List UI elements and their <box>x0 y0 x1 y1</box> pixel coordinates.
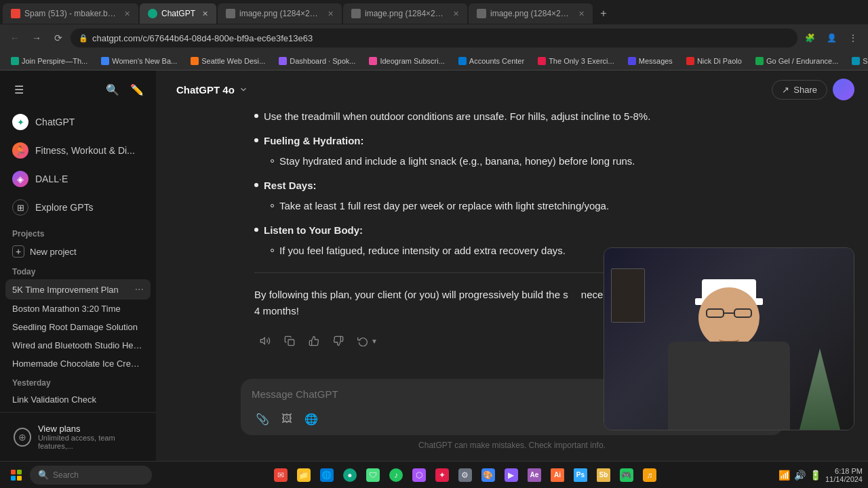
chat-item-seedling[interactable]: Seedling Root Damage Solution <box>5 318 151 336</box>
taskbar-app-ae[interactable]: Ae <box>524 464 545 486</box>
model-selector[interactable]: ChatGPT 4o <box>170 80 255 100</box>
tab-img1-close[interactable]: ✕ <box>328 9 334 18</box>
tab-chatgpt[interactable]: ChatGPT ✕ <box>140 3 216 24</box>
taskbar-app-ai[interactable]: Ai <box>547 464 568 486</box>
taskbar-app-spotify[interactable]: ♪ <box>385 464 407 486</box>
copy-button[interactable] <box>279 330 300 352</box>
search-button[interactable]: 🔍 <box>102 79 123 100</box>
chat-item-5k[interactable]: 5K Time Improvement Plan ··· <box>5 279 151 300</box>
taskbar-app-edge[interactable]: 🌐 <box>316 464 338 486</box>
chat-5k-label: 5K Time Improvement Plan <box>12 285 135 295</box>
tab-img2[interactable]: image.png (1284×2256) ✕ <box>343 3 467 24</box>
tab-img1[interactable]: image.png (1284×2251) ✕ <box>218 3 342 24</box>
chat-item-link[interactable]: Link Validation Check <box>5 390 151 409</box>
taskbar-app-files[interactable]: 📁 <box>293 464 315 486</box>
extensions-button[interactable]: 🧩 <box>800 28 819 47</box>
taskbar-search[interactable]: 🔍 <box>30 466 152 485</box>
toggle-sidebar-button[interactable]: ☰ <box>8 79 30 100</box>
taskbar-app-game[interactable]: 🎮 <box>616 464 637 486</box>
taskbar-app-photos[interactable]: ⬡ <box>408 464 430 486</box>
menu-button[interactable]: ⋮ <box>844 28 863 47</box>
sidebar-item-explore[interactable]: ⊞ Explore GPTs <box>5 194 151 221</box>
bullet-text-rest: Rest Days: <box>264 178 317 194</box>
sub-bullet-dot-fueling-1 <box>271 159 274 163</box>
sidebar-item-fitness[interactable]: 🏃 Fitness, Workout & Di... <box>5 137 151 164</box>
tab-img3[interactable]: image.png (1284×2778) ✕ <box>469 3 593 24</box>
bookmark-dashboard[interactable]: Dashboard · Spok... <box>273 56 361 66</box>
taskbar-app-security[interactable]: 🛡 <box>362 464 384 486</box>
bookmark-gogel[interactable]: Go Gel / Endurance... <box>750 56 844 66</box>
sidebar-item-dalle[interactable]: ◈ DALL·E <box>5 165 151 192</box>
taskbar-app-paint[interactable]: 🎨 <box>477 464 499 486</box>
sub-bullets-fueling: Stay hydrated and include a light snack … <box>271 153 770 169</box>
tab-gmail[interactable]: Spam (513) - mbaker.baker... ✕ <box>3 3 138 24</box>
speaker-button[interactable] <box>254 330 276 352</box>
share-button[interactable]: ↗ Share <box>772 80 827 100</box>
disclaimer: ChatGPT can make mistakes. Check importa… <box>241 441 783 450</box>
bookmark-join-perspire[interactable]: Join Perspire—Th... <box>5 56 93 66</box>
tab-img2-close[interactable]: ✕ <box>453 9 459 18</box>
new-chat-button[interactable]: ✏️ <box>126 79 148 100</box>
profile-button[interactable]: 👤 <box>822 28 841 47</box>
taskbar-app-video[interactable]: ▶ <box>500 464 522 486</box>
bookmark-ideogram[interactable]: Ideogram Subscri... <box>363 56 450 66</box>
user-avatar[interactable] <box>833 79 854 100</box>
sub-bullet-text-fueling-1: Stay hydrated and include a light snack … <box>279 153 635 169</box>
tab-img1-label: image.png (1284×2251) <box>239 9 321 18</box>
bookmark-savin[interactable]: Savin <box>846 56 868 66</box>
bookmark-messages[interactable]: Messages <box>623 56 678 66</box>
video-taskbar-icon: ▶ <box>505 468 518 482</box>
settings-taskbar-icon: ⚙ <box>458 468 472 482</box>
chat-item-wired[interactable]: Wired and Bluetooth Studio Hea... <box>5 336 151 354</box>
taskbar-app-sb[interactable]: Sb <box>593 464 614 486</box>
chat-link-label: Link Validation Check <box>12 394 144 405</box>
chrome-taskbar-icon: ● <box>343 468 357 482</box>
windows-button[interactable] <box>5 464 27 486</box>
reload-button[interactable]: ⟳ <box>49 28 68 47</box>
taskbar-app-creative[interactable]: ✦ <box>431 464 453 486</box>
bookmark-accounts[interactable]: Accounts Center <box>453 56 530 66</box>
regenerate-button[interactable]: ▼ <box>352 330 383 352</box>
thumbdown-button[interactable] <box>328 330 349 352</box>
attach-button[interactable]: 📎 <box>252 408 273 430</box>
taskbar-app-chrome[interactable]: ● <box>339 464 361 486</box>
bookmark-seattle[interactable]: Seattle Web Desi... <box>185 56 271 66</box>
chat-item-boston[interactable]: Boston Marathon 3:20 Time <box>5 300 151 318</box>
sidebar-item-chatgpt[interactable]: ✦ ChatGPT <box>5 108 151 136</box>
new-tab-button[interactable]: + <box>594 4 613 23</box>
tab-chatgpt-close[interactable]: ✕ <box>202 9 208 18</box>
globe-button[interactable]: 🌐 <box>300 408 322 430</box>
bookmark-exercises[interactable]: The Only 3 Exerci... <box>532 56 620 66</box>
person-body <box>634 274 824 430</box>
taskbar-app-ps[interactable]: Ps <box>570 464 591 486</box>
address-bar[interactable]: 🔒 chatgpt.com/c/67644b64-08d4-800e-bf9a-… <box>71 28 797 47</box>
new-project-button[interactable]: + New project <box>5 241 151 262</box>
wifi-icon: 📶 <box>778 470 790 481</box>
bookmark-icon <box>11 57 19 65</box>
tab-img3-close[interactable]: ✕ <box>578 9 585 18</box>
share-label: Share <box>793 85 817 95</box>
sub-bullet-dot-rest-1 <box>271 204 274 207</box>
sidebar-chatgpt-label: ChatGPT <box>35 117 75 127</box>
image-button[interactable]: 🖼 <box>276 408 298 430</box>
chat-5k-menu[interactable]: ··· <box>135 283 144 296</box>
clock-date: 11/14/2024 <box>825 475 863 483</box>
back-button[interactable]: ← <box>5 28 24 47</box>
taskbar-app-mail[interactable]: ✉ <box>270 464 292 486</box>
bookmark-nick[interactable]: Nick Di Paolo <box>681 56 747 66</box>
yesterday-section-header: Yesterday <box>0 373 156 390</box>
sidebar-nav: ✦ ChatGPT 🏃 Fitness, Workout & Di... ◈ D… <box>0 106 156 224</box>
taskbar-app-music[interactable]: ♬ <box>639 464 660 486</box>
sidebar-fitness-label: Fitness, Workout & Di... <box>35 145 135 156</box>
chat-item-chocolate[interactable]: Homemade Chocolate Ice Cream... <box>5 354 151 373</box>
taskbar-search-input[interactable] <box>53 470 144 480</box>
tab-chatgpt-label: ChatGPT <box>161 9 195 18</box>
thumbup-button[interactable] <box>303 330 325 352</box>
bookmark-womens[interactable]: Women's New Ba... <box>96 56 182 66</box>
thumbup-icon <box>309 336 319 346</box>
taskbar-app-settings[interactable]: ⚙ <box>454 464 476 486</box>
view-plans-button[interactable]: ⊕ View plans Unlimited access, team feat… <box>8 418 148 455</box>
tab-gmail-close[interactable]: ✕ <box>124 9 130 18</box>
video-person <box>604 248 854 430</box>
forward-button[interactable]: → <box>27 28 46 47</box>
